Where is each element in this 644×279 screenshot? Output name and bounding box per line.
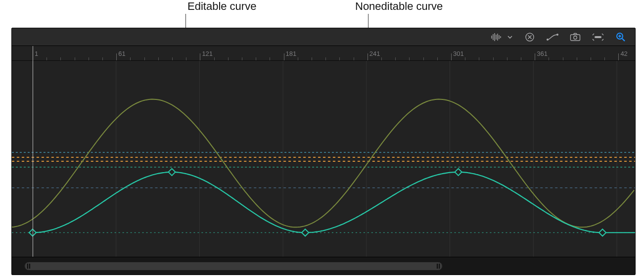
graph-curves[interactable]: [12, 61, 635, 257]
callout-editable-label: Editable curve: [187, 0, 256, 13]
ruler-label: 1: [35, 50, 38, 57]
ruler-label: 241: [369, 50, 380, 57]
curve-graph-area[interactable]: [12, 61, 635, 257]
callouts: Editable curve Noneditable curve: [0, 0, 644, 30]
ruler-label: 301: [453, 50, 464, 57]
svg-line-20: [622, 39, 625, 41]
callout-noneditable-label: Noneditable curve: [355, 0, 443, 13]
svg-rect-14: [595, 36, 601, 38]
ruler-label: 181: [286, 50, 297, 57]
scrollbar-left-handle[interactable]: [27, 263, 31, 269]
scrollbar-right-handle[interactable]: [436, 263, 440, 269]
audio-waveform-icon[interactable]: [490, 31, 503, 44]
keyframe-marker[interactable]: [302, 229, 309, 236]
svg-line-18: [602, 39, 603, 41]
editable-curve[interactable]: [33, 172, 635, 232]
keyframe-editor: 16112118124130136142: [11, 28, 636, 275]
ruler-label: 121: [202, 50, 213, 57]
keyframe-marker[interactable]: [599, 229, 606, 236]
horizontal-scrollbar[interactable]: [25, 262, 442, 270]
zoom-magnifier-icon[interactable]: [614, 31, 627, 44]
timeline-ruler[interactable]: 16112118124130136142: [12, 46, 635, 61]
ruler-label: 61: [118, 50, 125, 57]
keyframe-marker[interactable]: [455, 169, 462, 176]
keyframe-marker[interactable]: [168, 169, 175, 176]
ruler-label: 42: [620, 50, 627, 57]
fit-curves-icon[interactable]: [592, 31, 604, 44]
svg-point-10: [547, 39, 549, 41]
snapshot-camera-icon[interactable]: [569, 31, 582, 44]
svg-line-17: [593, 39, 594, 41]
playhead[interactable]: [33, 46, 33, 257]
ruler-label: 361: [537, 50, 548, 57]
svg-point-11: [556, 34, 558, 36]
scrollbar-area: [12, 257, 635, 275]
noneditable-curve: [12, 99, 634, 228]
svg-line-15: [593, 34, 594, 35]
curve-tool-icon[interactable]: [546, 31, 559, 44]
dropdown-chevron-icon[interactable]: [506, 31, 513, 44]
clear-circle-icon[interactable]: [523, 31, 536, 44]
svg-rect-12: [571, 35, 580, 41]
svg-line-16: [602, 34, 603, 35]
svg-point-13: [574, 36, 577, 39]
toolbar: [12, 28, 635, 46]
